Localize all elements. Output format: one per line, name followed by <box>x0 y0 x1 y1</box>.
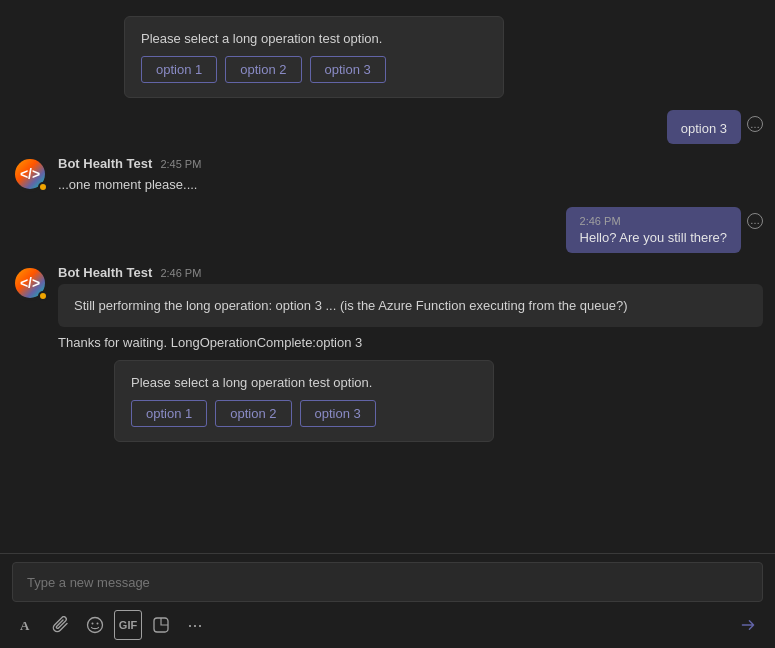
bot-name-1: Bot Health Test <box>58 156 152 171</box>
svg-text:A: A <box>20 618 30 633</box>
user-message-1-row: option 3 … <box>12 110 763 144</box>
user-bubble-2-time: 2:46 PM <box>580 215 727 227</box>
more-options-icon[interactable]: ··· <box>180 610 210 640</box>
bot-content-2: Bot Health Test 2:46 PM Still performing… <box>58 265 763 443</box>
bot-time-2: 2:46 PM <box>160 267 201 279</box>
user-action-icon-1[interactable]: … <box>747 116 763 132</box>
user-bubble-1-text: option 3 <box>681 121 727 136</box>
bot-avatar-2: </> <box>12 265 48 301</box>
bot-header-1: Bot Health Test 2:45 PM <box>58 156 763 171</box>
bot-name-2: Bot Health Test <box>58 265 152 280</box>
bot-message-2-row: </> Bot Health Test 2:46 PM Still perfor… <box>12 265 763 443</box>
message-input-box[interactable] <box>12 562 763 602</box>
bot-long-msg-bubble: Still performing the long operation: opt… <box>58 284 763 328</box>
svg-point-2 <box>92 623 94 625</box>
bot-header-2: Bot Health Test 2:46 PM <box>58 265 763 280</box>
chat-area: Please select a long operation test opti… <box>0 0 775 553</box>
card-2-text: Please select a long operation test opti… <box>131 375 477 390</box>
card-1-btn-2[interactable]: option 2 <box>225 56 301 83</box>
user-bubble-2: 2:46 PM Hello? Are you still there? <box>566 207 741 253</box>
card-2-btn-2[interactable]: option 2 <box>215 400 291 427</box>
card-2-btn-1[interactable]: option 1 <box>131 400 207 427</box>
bot-time-1: 2:45 PM <box>160 158 201 170</box>
message-input[interactable] <box>27 575 748 590</box>
svg-point-1 <box>88 618 103 633</box>
bot-avatar-symbol-1: </> <box>20 166 40 182</box>
emoji-icon[interactable] <box>80 610 110 640</box>
bot-thanks-text: Thanks for waiting. LongOperationComplet… <box>58 335 763 350</box>
bot-avatar-1: </> <box>12 156 48 192</box>
gif-icon[interactable]: GIF <box>114 610 142 640</box>
user-bubble-2-text: Hello? Are you still there? <box>580 230 727 245</box>
sticker-icon[interactable] <box>146 610 176 640</box>
card-2-bubble: Please select a long operation test opti… <box>114 360 494 442</box>
card-1-container: Please select a long operation test opti… <box>68 16 763 98</box>
input-bar: A GIF ··· <box>0 553 775 648</box>
user-message-2-row: 2:46 PM Hello? Are you still there? … <box>12 207 763 253</box>
card-1-btn-3[interactable]: option 3 <box>310 56 386 83</box>
toolbar-row: A GIF ··· <box>12 606 763 648</box>
card-1-bubble: Please select a long operation test opti… <box>124 16 504 98</box>
card-2-buttons: option 1 option 2 option 3 <box>131 400 477 427</box>
card-1-btn-1[interactable]: option 1 <box>141 56 217 83</box>
card-1-buttons: option 1 option 2 option 3 <box>141 56 487 83</box>
user-bubble-1: option 3 <box>667 110 741 144</box>
card-2-btn-3[interactable]: option 3 <box>300 400 376 427</box>
bot-message-1-row: </> Bot Health Test 2:45 PM ...one momen… <box>12 156 763 195</box>
bot-status-dot-2 <box>38 291 48 301</box>
attach-icon[interactable] <box>46 610 76 640</box>
bot-long-text: Still performing the long operation: opt… <box>74 296 747 316</box>
send-button[interactable] <box>733 610 763 640</box>
format-text-icon[interactable]: A <box>12 610 42 640</box>
svg-point-3 <box>97 623 99 625</box>
bot-status-dot-1 <box>38 182 48 192</box>
card-1-text: Please select a long operation test opti… <box>141 31 487 46</box>
bot-content-1: Bot Health Test 2:45 PM ...one moment pl… <box>58 156 763 195</box>
user-action-icon-2[interactable]: … <box>747 213 763 229</box>
bot-avatar-symbol-2: </> <box>20 275 40 291</box>
bot-message-text-1: ...one moment please.... <box>58 175 763 195</box>
